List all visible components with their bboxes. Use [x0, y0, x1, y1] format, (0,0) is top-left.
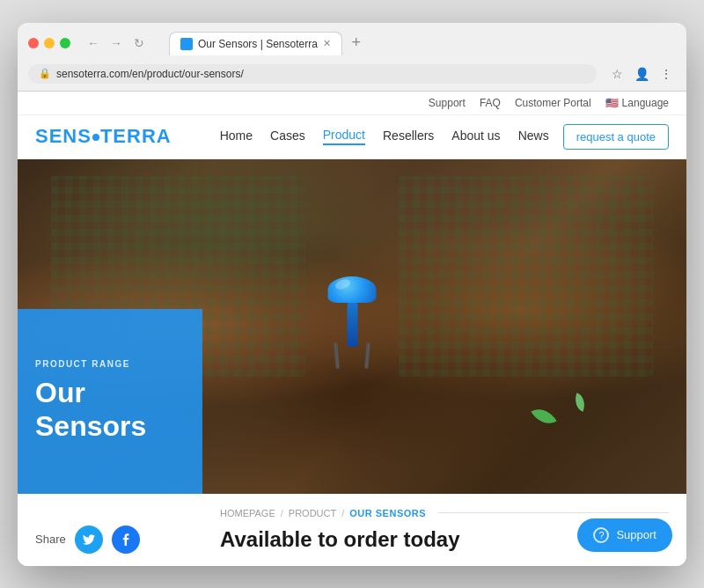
logo[interactable]: SENSTERRA: [35, 125, 172, 148]
language-selector[interactable]: 🇺🇸 Language: [605, 97, 669, 109]
new-tab-button[interactable]: +: [346, 33, 367, 54]
breadcrumb-homepage[interactable]: HOMEPAGE: [220, 508, 275, 518]
facebook-icon: [122, 533, 129, 546]
customer-portal-link[interactable]: Customer Portal: [515, 97, 591, 109]
page-bottom: Share HOMEPAGE / PRODUCT: [18, 494, 686, 566]
breadcrumb-sep-2: /: [341, 508, 344, 518]
address-bar-row: 🔒 sensoterra.com/en/product/our-sensors/…: [18, 61, 686, 91]
sensor-body: [347, 303, 357, 347]
breadcrumb-current: OUR SENSORS: [349, 508, 426, 518]
language-label: Language: [622, 97, 669, 109]
hero-overlay-box: PRODUCT RANGE Our Sensors: [18, 309, 202, 494]
tab-title: Our Sensors | Sensoterra: [198, 38, 318, 50]
browser-window: ← → ↻ Our Sensors | Sensoterra ✕ + 🔒 sen…: [18, 23, 686, 566]
twitter-share-button[interactable]: [75, 526, 103, 554]
url-text: sensoterra.com/en/product/our-sensors/: [56, 68, 244, 80]
lock-icon: 🔒: [39, 68, 51, 79]
product-range-label: PRODUCT RANGE: [35, 359, 185, 369]
hero-title: Our Sensors: [35, 376, 185, 444]
share-bar: Share: [18, 513, 202, 566]
nav-about[interactable]: About us: [451, 129, 500, 144]
breadcrumb: HOMEPAGE / PRODUCT / OUR SENSORS: [220, 508, 669, 518]
nav-news[interactable]: News: [518, 129, 549, 144]
breadcrumb-product[interactable]: PRODUCT: [289, 508, 336, 518]
main-nav: SENSTERRA Home Cases Product Resellers A…: [18, 115, 686, 159]
sensor-cap: [328, 276, 377, 303]
minimize-button[interactable]: [44, 38, 55, 48]
bookmark-icon[interactable]: ☆: [607, 64, 627, 84]
nav-home[interactable]: Home: [220, 129, 253, 144]
website-content: Support FAQ Customer Portal 🇺🇸 Language …: [18, 92, 686, 566]
nav-cases[interactable]: Cases: [270, 129, 305, 144]
traffic-lights: [28, 38, 70, 48]
back-button[interactable]: ←: [84, 34, 102, 52]
breadcrumb-line: [438, 512, 669, 513]
browser-actions: ☆ 👤 ⋮: [607, 64, 676, 84]
tab-bar: Our Sensors | Sensoterra ✕ +: [162, 32, 374, 55]
profile-icon[interactable]: 👤: [632, 64, 651, 84]
address-bar[interactable]: 🔒 sensoterra.com/en/product/our-sensors/: [28, 64, 597, 84]
plant-sprout-1: [535, 406, 553, 427]
breadcrumb-sep-1: /: [281, 508, 283, 518]
nav-product[interactable]: Product: [323, 128, 365, 145]
flag-emoji: 🇺🇸: [605, 97, 619, 109]
logo-dot: [92, 134, 99, 141]
forward-button[interactable]: →: [107, 34, 125, 52]
support-icon: ?: [593, 527, 609, 543]
browser-chrome: ← → ↻ Our Sensors | Sensoterra ✕ + 🔒 sen…: [18, 23, 686, 92]
menu-icon[interactable]: ⋮: [656, 64, 676, 84]
utility-bar: Support FAQ Customer Portal 🇺🇸 Language: [18, 92, 686, 115]
refresh-button[interactable]: ↻: [130, 34, 148, 52]
twitter-icon: [83, 534, 95, 545]
maximize-button[interactable]: [60, 38, 70, 48]
nav-links: Home Cases Product Resellers About us Ne…: [220, 128, 549, 145]
hero-image: PRODUCT RANGE Our Sensors: [18, 159, 686, 494]
tab-favicon: [180, 38, 193, 50]
tab-close-icon[interactable]: ✕: [323, 38, 331, 49]
hero-section: PRODUCT RANGE Our Sensors: [18, 159, 686, 494]
plant-sprout-2: [574, 394, 586, 410]
support-button[interactable]: ? Support: [577, 518, 672, 552]
request-quote-button[interactable]: request a quote: [563, 124, 669, 150]
facebook-share-button[interactable]: [112, 526, 140, 554]
browser-navigation: ← → ↻: [84, 34, 148, 52]
faq-link[interactable]: FAQ: [480, 97, 501, 109]
support-link[interactable]: Support: [429, 97, 466, 109]
browser-titlebar: ← → ↻ Our Sensors | Sensoterra ✕ +: [18, 23, 686, 61]
close-button[interactable]: [28, 38, 39, 48]
share-label: Share: [35, 533, 66, 546]
nav-resellers[interactable]: Resellers: [383, 129, 434, 144]
support-label: Support: [616, 528, 656, 541]
active-tab[interactable]: Our Sensors | Sensoterra ✕: [169, 32, 342, 55]
sensor-device: [328, 276, 377, 347]
